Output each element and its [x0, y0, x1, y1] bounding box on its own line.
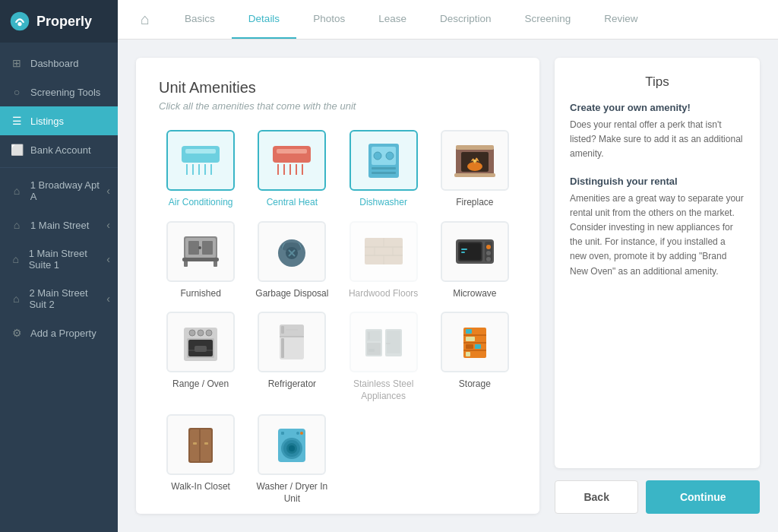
svg-point-31 [198, 246, 201, 249]
sidebar-item-property-4[interactable]: ⌂ 2 Main Street Suit 2 [0, 279, 118, 318]
svg-point-19 [386, 152, 394, 160]
amenity-central-heat[interactable]: Central Heat [250, 130, 334, 209]
bank-icon: ⬜ [11, 144, 23, 156]
svg-rect-3 [185, 149, 216, 154]
amenity-furnished[interactable]: Furnished [159, 221, 242, 300]
continue-button[interactable]: Continue [646, 480, 760, 514]
amenity-dishwasher[interactable]: Dishwasher [342, 130, 425, 209]
amenity-walk-in-closet[interactable]: Walk-In Closet [159, 414, 242, 505]
amenity-microwave[interactable]: Microwave [433, 221, 517, 300]
svg-rect-21 [372, 172, 396, 174]
amenity-storage[interactable]: Storage [433, 312, 517, 402]
tab-description[interactable]: Description [423, 0, 508, 39]
sidebar-item-label: 2 Main Street Suit 2 [29, 287, 107, 310]
tips-box: Tips Create your own amenity! Does your … [555, 58, 760, 468]
dishwasher-svg [361, 140, 406, 182]
stainless-steel-icon-box [349, 312, 418, 372]
svg-rect-77 [368, 349, 375, 352]
air-conditioning-svg [178, 140, 223, 182]
amenity-air-conditioning[interactable]: Air Conditioning [159, 130, 242, 209]
walk-in-closet-label: Walk-In Closet [171, 481, 230, 493]
svg-point-60 [198, 330, 204, 336]
svg-point-18 [374, 152, 381, 160]
fireplace-icon-box [441, 130, 509, 191]
storage-svg [452, 321, 498, 363]
svg-rect-2 [182, 146, 220, 163]
svg-rect-74 [387, 331, 400, 353]
home-button[interactable]: ⌂ [141, 11, 150, 28]
svg-rect-62 [194, 346, 207, 352]
gear-icon: ⚙ [11, 327, 23, 339]
svg-rect-26 [454, 173, 495, 177]
washer-dryer-label: Washer / Dryer In Unit [250, 481, 334, 505]
svg-rect-30 [202, 241, 213, 255]
svg-point-52 [486, 251, 491, 255]
amenity-fireplace[interactable]: Fireplace [433, 130, 517, 209]
amenity-range-oven[interactable]: Range / Oven [159, 312, 242, 402]
tab-screening[interactable]: Screening [508, 0, 587, 39]
garbage-svg [269, 230, 315, 272]
sidebar-item-dashboard[interactable]: ⊞ Dashboard [0, 49, 118, 78]
tips-title: Tips [570, 74, 745, 90]
amenity-grid: Air Conditioning [159, 130, 517, 505]
svg-rect-20 [372, 167, 396, 169]
hardwood-floors-icon-box [349, 221, 418, 282]
closet-svg [178, 424, 223, 466]
svg-rect-86 [466, 352, 470, 356]
sidebar-item-bank-account[interactable]: ⬜ Bank Account [0, 135, 118, 164]
sidebar-item-add-property[interactable]: ⚙ Add a Property [0, 318, 118, 347]
app-logo[interactable]: Properly [0, 0, 118, 43]
central-heat-svg [269, 140, 315, 182]
amenity-stainless-steel[interactable]: Stainless Steel Appliances [342, 312, 425, 402]
microwave-svg [452, 230, 498, 272]
sidebar-item-property-1[interactable]: ⌂ 1 Broadway Apt A [0, 171, 118, 211]
amenity-garbage-disposal[interactable]: Garbage Disposal [250, 221, 334, 300]
sidebar-item-label: Bank Account [30, 144, 91, 156]
panel-subtitle: Click all the amenities that come with t… [159, 100, 517, 112]
svg-rect-10 [277, 149, 307, 154]
range-oven-label: Range / Oven [172, 378, 229, 391]
air-conditioning-label: Air Conditioning [169, 197, 233, 209]
svg-point-1 [17, 22, 21, 26]
microwave-label: Microwave [453, 288, 496, 300]
svg-rect-54 [461, 249, 467, 250]
tab-review[interactable]: Review [587, 0, 654, 39]
amenity-washer-dryer[interactable]: Washer / Dryer In Unit [250, 414, 334, 505]
hardwood-floors-label: Hardwood Floors [349, 288, 418, 300]
washer-dryer-icon-box [258, 414, 326, 475]
sidebar-item-listings[interactable]: ☰ Listings [0, 106, 118, 135]
svg-point-51 [486, 245, 491, 249]
sidebar-item-property-3[interactable]: ⌂ 1 Main Street Suite 1 [0, 239, 118, 279]
svg-rect-9 [273, 146, 311, 163]
furnished-label: Furnished [180, 288, 220, 300]
svg-rect-84 [466, 344, 473, 349]
amenity-hardwood-floors[interactable]: Hardwood Floors [342, 221, 425, 300]
microwave-icon-box [441, 221, 509, 282]
sidebar-item-label: 1 Main Street [30, 220, 89, 231]
tab-basics[interactable]: Basics [168, 0, 232, 39]
svg-rect-90 [193, 442, 197, 445]
tab-photos[interactable]: Photos [296, 0, 362, 39]
home-icon: ⌂ [11, 219, 23, 231]
sidebar-item-label: Dashboard [30, 58, 79, 69]
sidebar-item-screening-tools[interactable]: ○ Screening Tools [0, 78, 118, 106]
tab-lease[interactable]: Lease [362, 0, 423, 39]
walk-in-closet-icon-box [166, 414, 235, 475]
top-navigation: ⌂ Basics Details Photos Lease Descriptio… [118, 0, 778, 40]
storage-label: Storage [459, 378, 491, 391]
svg-rect-75 [368, 332, 370, 340]
refrigerator-icon-box [258, 312, 326, 372]
content-area: Unit Amenities Click all the amenities t… [118, 40, 778, 532]
tab-details[interactable]: Details [232, 0, 296, 39]
tips-section-1-text: Does your rental offer a perk that isn't… [570, 118, 745, 162]
svg-rect-82 [466, 329, 472, 334]
sidebar-item-property-2[interactable]: ⌂ 1 Main Street [0, 211, 118, 239]
sidebar-nav: ⊞ Dashboard ○ Screening Tools ☰ Listings… [0, 43, 118, 532]
central-heat-icon-box [258, 130, 326, 191]
svg-rect-91 [204, 442, 208, 445]
home-icon: ⌂ [11, 293, 21, 305]
garbage-disposal-icon-box [258, 221, 326, 282]
panel-title: Unit Amenities [159, 79, 517, 97]
amenity-refrigerator[interactable]: Refrigerator [250, 312, 334, 402]
back-button[interactable]: Back [555, 480, 638, 514]
